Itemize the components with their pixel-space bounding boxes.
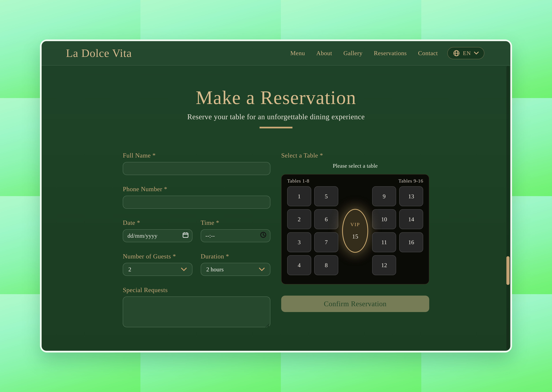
vip-number: 15 [352,233,358,240]
table-6[interactable]: 6 [314,209,338,229]
nav-contact[interactable]: Contact [418,50,438,56]
table-9[interactable]: 9 [372,186,396,206]
calendar-icon[interactable] [182,232,189,240]
date-input[interactable] [123,229,193,242]
guests-duration-row: Number of Guests * 2 [123,253,270,276]
special-requests-group: Special Requests [123,286,270,329]
scrollbar-track[interactable] [506,66,509,350]
language-selector[interactable]: EN [447,47,484,59]
time-group: Time * [201,219,270,242]
date-group: Date * [123,219,193,242]
phone-input[interactable] [123,196,270,209]
nav-gallery[interactable]: Gallery [344,50,363,56]
vip-label: VIP [351,222,360,227]
duration-value: 2 hours [206,266,224,273]
globe-icon [453,50,460,57]
chevron-down-icon [259,266,265,273]
table-12[interactable]: 12 [372,255,396,275]
guests-select[interactable]: 2 [123,263,193,276]
scrollbar-thumb[interactable] [506,256,509,285]
page-subtitle: Reserve your table for an unforgettable … [42,112,510,121]
table-4[interactable]: 4 [287,255,311,275]
full-name-input[interactable] [123,162,270,175]
table-7[interactable]: 7 [314,232,338,252]
reservation-card: La Dolce Vita Menu About Gallery Reserva… [40,40,512,352]
main-nav: Menu About Gallery Reservations Contact [290,50,438,56]
restaurant-logo[interactable]: La Dolce Vita [66,47,132,60]
duration-select[interactable]: 2 hours [201,263,270,276]
table-grid: 1 5 9 13 2 6 10 14 VIP 15 [287,186,423,275]
table-3[interactable]: 3 [287,232,311,252]
confirm-reservation-button[interactable]: Confirm Reservation [281,296,429,312]
page-title: Make a Reservation [42,87,510,109]
table-picker: Select a Table * Please select a table T… [281,152,429,329]
duration-label: Duration * [201,253,270,260]
phone-label: Phone Number * [123,185,270,193]
table-14[interactable]: 14 [399,209,423,229]
date-label: Date * [123,219,193,226]
special-requests-label: Special Requests [123,286,270,294]
time-label: Time * [201,219,270,226]
nav-about[interactable]: About [316,50,332,56]
clock-icon[interactable] [260,232,266,240]
card-inner: La Dolce Vita Menu About Gallery Reserva… [42,41,510,351]
full-name-label: Full Name * [123,152,270,159]
site-header: La Dolce Vita Menu About Gallery Reserva… [42,41,510,65]
table-1[interactable]: 1 [287,186,311,206]
table-10[interactable]: 10 [372,209,396,229]
table-15-vip[interactable]: VIP 15 [342,209,368,253]
chevron-down-icon [181,266,187,273]
select-table-label: Select a Table * [281,152,429,159]
reservation-section: Make a Reservation Reserve your table fo… [42,65,510,329]
zone-left-label: Tables 1-8 [287,178,309,184]
table-5[interactable]: 5 [314,186,338,206]
guests-label: Number of Guests * [123,253,193,260]
reservation-form: Full Name * Phone Number * Date * [123,152,270,329]
phone-group: Phone Number * [123,185,270,209]
table-11[interactable]: 11 [372,232,396,252]
select-table-helper: Please select a table [281,162,429,169]
guests-value: 2 [128,266,131,273]
date-time-row: Date * [123,219,270,242]
guests-group: Number of Guests * 2 [123,253,193,276]
table-16[interactable]: 16 [399,232,423,252]
resize-handle[interactable] [265,323,269,327]
table-8[interactable]: 8 [314,255,338,275]
duration-group: Duration * 2 hours [201,253,270,276]
gold-divider [259,127,293,128]
special-requests-textarea[interactable] [123,296,270,327]
table-13[interactable]: 13 [399,186,423,206]
chevron-down-icon [474,52,479,55]
zone-labels: Tables 1-8 Tables 9-16 [287,178,423,184]
nav-menu[interactable]: Menu [290,50,305,56]
zone-right-label: Tables 9-16 [398,178,423,184]
floor-plan-panel: Tables 1-8 Tables 9-16 1 5 9 13 2 6 10 1… [281,174,429,284]
reservation-content: Full Name * Phone Number * Date * [123,152,429,329]
nav-reservations[interactable]: Reservations [374,50,407,56]
table-2[interactable]: 2 [287,209,311,229]
full-name-group: Full Name * [123,152,270,175]
language-code: EN [463,50,471,56]
